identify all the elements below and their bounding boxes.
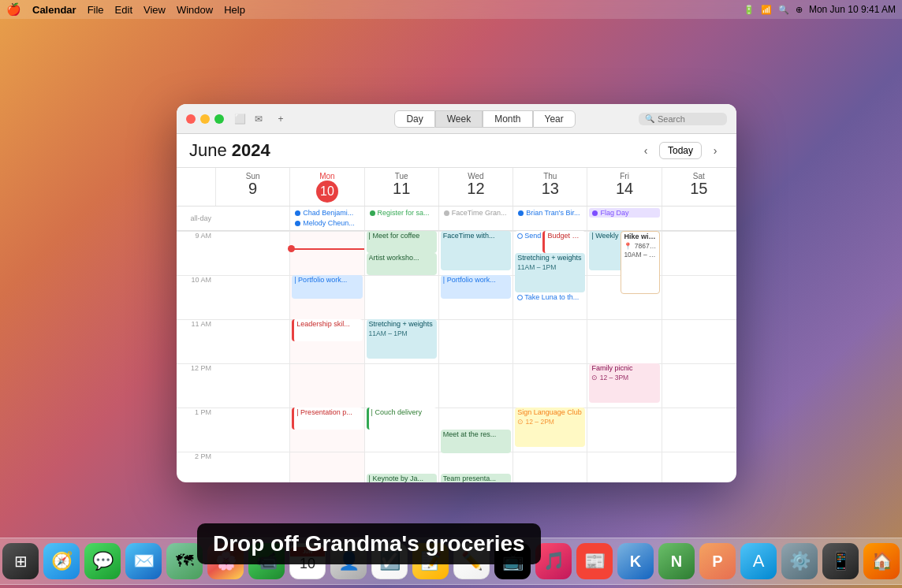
day-col-thu[interactable]: Send birthday... Stretching + weights 11… bbox=[513, 231, 587, 482]
dock-iphone-mirroring[interactable]: 📱 bbox=[822, 543, 859, 579]
view-tabs: Day Week Month Year bbox=[394, 110, 575, 128]
file-menu[interactable]: File bbox=[88, 4, 104, 16]
add-event-icon[interactable]: + bbox=[274, 113, 287, 125]
day-header-mon: Mon 10 bbox=[290, 168, 364, 206]
search-input[interactable] bbox=[658, 114, 721, 124]
allday-event-flagday[interactable]: Flag Day bbox=[589, 208, 659, 218]
tab-year[interactable]: Year bbox=[533, 110, 576, 128]
desktop: 🍎 Calendar File Edit View Window Help 🔋 … bbox=[0, 0, 902, 588]
calendar-window: ⬜ ✉ + Day Week Month Year 🔍 June 2024 ‹ bbox=[177, 104, 736, 482]
time-2pm: 2 PM bbox=[177, 452, 216, 474]
event-couch[interactable]: | Couch delivery bbox=[367, 408, 437, 430]
day-col-fri[interactable]: | Weekly status Hike with Rigo 📍 7867 Re… bbox=[587, 231, 662, 482]
window-menu[interactable]: Window bbox=[177, 4, 213, 16]
time-130 bbox=[177, 430, 216, 452]
dock-news[interactable]: 📰 bbox=[576, 543, 613, 579]
allday-cell-sat bbox=[662, 207, 736, 230]
search-box[interactable]: 🔍 bbox=[639, 113, 727, 125]
time-1230 bbox=[177, 385, 216, 408]
dock-pages[interactable]: P bbox=[699, 543, 736, 579]
allday-cell-mon: Chad Benjami... Melody Cheun... bbox=[290, 207, 364, 230]
day-col-wed[interactable]: FaceTime with... | Portfolio work... Mee… bbox=[439, 231, 513, 482]
app-name[interactable]: Calendar bbox=[32, 4, 76, 16]
tab-day[interactable]: Day bbox=[394, 110, 434, 128]
dock-messages[interactable]: 💬 bbox=[84, 543, 121, 579]
event-stretching-thu[interactable]: Stretching + weights 11AM – 1PM bbox=[515, 253, 585, 292]
allday-event-register[interactable]: Register for sa... bbox=[367, 208, 437, 218]
time-1030 bbox=[177, 297, 216, 319]
sidebar-toggle-icon[interactable]: ⬜ bbox=[233, 113, 246, 125]
day-col-tue[interactable]: | Meet for coffee Artist worksho... Stre… bbox=[365, 231, 439, 482]
event-artist[interactable]: Artist worksho... bbox=[367, 253, 437, 275]
event-presentation-mon[interactable]: | Presentation p... bbox=[292, 408, 362, 430]
event-budget[interactable]: Budget meeting bbox=[542, 231, 585, 253]
day-header-tue: Tue 11 bbox=[365, 168, 439, 206]
event-stretching-tue[interactable]: Stretching + weights 11AM – 1PM bbox=[367, 319, 437, 359]
tab-month[interactable]: Month bbox=[483, 110, 532, 128]
dock-system-preferences[interactable]: ⚙️ bbox=[781, 543, 818, 579]
next-button[interactable]: › bbox=[706, 142, 724, 159]
allday-label: all-day bbox=[177, 207, 216, 230]
event-portfolio-wed[interactable]: | Portfolio work... bbox=[441, 275, 511, 299]
allday-event-chad[interactable]: Chad Benjami... bbox=[292, 208, 362, 218]
event-portfolio-mon[interactable]: | Portfolio work... bbox=[292, 275, 362, 299]
maximize-button[interactable] bbox=[214, 114, 224, 124]
search-icon[interactable]: 🔍 bbox=[778, 5, 789, 15]
day-col-sat[interactable] bbox=[662, 231, 736, 482]
inbox-icon[interactable]: ✉ bbox=[252, 113, 265, 125]
allday-cell-fri: Flag Day bbox=[587, 207, 662, 230]
event-keynote[interactable]: | Keynote by Ja... bbox=[367, 474, 437, 482]
allday-event-melody[interactable]: Melody Cheun... bbox=[292, 218, 362, 228]
event-luna[interactable]: Take Luna to th... bbox=[515, 292, 585, 313]
allday-event-birthday[interactable]: Brian Tran's Bir... bbox=[515, 208, 585, 218]
event-hike[interactable]: Hike with Rigo 📍 7867 Redwood... 10AM – … bbox=[621, 231, 659, 294]
edit-menu[interactable]: Edit bbox=[115, 4, 132, 16]
dock-launchpad[interactable]: ⊞ bbox=[2, 543, 39, 579]
event-leadership[interactable]: Leadership skil... bbox=[292, 319, 362, 341]
dock-homekit[interactable]: 🏠 bbox=[863, 543, 900, 579]
time-10am: 10 AM bbox=[177, 275, 216, 297]
time-11am: 11 AM bbox=[177, 319, 216, 341]
battery-icon: 🔋 bbox=[744, 5, 755, 15]
day-header-sun: Sun 9 bbox=[216, 168, 290, 206]
prev-button[interactable]: ‹ bbox=[637, 142, 654, 159]
day-col-sun[interactable] bbox=[216, 231, 290, 482]
close-button[interactable] bbox=[186, 114, 196, 124]
event-family-picnic[interactable]: Family picnic ⊙ 12 – 3PM bbox=[589, 363, 659, 403]
calendar-header: June 2024 ‹ Today › bbox=[177, 134, 736, 168]
dock-mail[interactable]: ✉️ bbox=[125, 543, 162, 579]
dock-numbers[interactable]: N bbox=[658, 543, 695, 579]
event-meet-res[interactable]: Meet at the res... bbox=[441, 430, 511, 453]
allday-cell-thu: Brian Tran's Bir... bbox=[513, 207, 587, 230]
time-9am: 9 AM bbox=[177, 231, 216, 253]
time-230 bbox=[177, 474, 216, 482]
day-header-wed: Wed 12 bbox=[439, 168, 513, 206]
event-tooltip: Drop off Grandma's groceries bbox=[197, 523, 541, 564]
tab-week[interactable]: Week bbox=[435, 110, 483, 128]
day-headers: Sun 9 Mon 10 Tue 11 Wed 12 Thu 13 bbox=[177, 168, 736, 207]
time-grid: 9 AM 10 AM 11 AM 12 PM 1 PM 2 PM 3 PM 4 … bbox=[177, 231, 736, 482]
view-menu[interactable]: View bbox=[144, 4, 166, 16]
allday-event-facetime[interactable]: FaceTime Gran... bbox=[441, 208, 511, 218]
control-center-icon[interactable]: ⊕ bbox=[796, 5, 803, 15]
search-magnifier-icon: 🔍 bbox=[645, 114, 654, 123]
day-header-thu: Thu 13 bbox=[513, 168, 587, 206]
month-year-title: June 2024 bbox=[189, 140, 270, 161]
dock-keynote[interactable]: K bbox=[617, 543, 654, 579]
allday-cell-wed: FaceTime Gran... bbox=[439, 207, 513, 230]
dock-safari[interactable]: 🧭 bbox=[43, 543, 80, 579]
cal-grid[interactable]: 9 AM 10 AM 11 AM 12 PM 1 PM 2 PM 3 PM 4 … bbox=[177, 231, 736, 482]
event-coffee[interactable]: | Meet for coffee bbox=[367, 231, 437, 253]
day-col-mon[interactable]: | Portfolio work... Leadership skil... |… bbox=[290, 231, 364, 482]
event-sign-lang[interactable]: Sign Language Club ⊙ 12 – 2PM bbox=[515, 408, 585, 447]
minimize-button[interactable] bbox=[200, 114, 210, 124]
dock-appstore[interactable]: A bbox=[740, 543, 777, 579]
event-facetime-wed[interactable]: FaceTime with... bbox=[441, 231, 511, 270]
today-button[interactable]: Today bbox=[659, 142, 702, 159]
apple-menu[interactable]: 🍎 bbox=[6, 2, 21, 17]
event-team[interactable]: Team presenta... bbox=[441, 474, 511, 482]
help-menu[interactable]: Help bbox=[224, 4, 245, 16]
datetime-display[interactable]: Mon Jun 10 9:41 AM bbox=[809, 4, 896, 15]
dock-music[interactable]: 🎵 bbox=[535, 543, 572, 579]
time-1130 bbox=[177, 341, 216, 363]
